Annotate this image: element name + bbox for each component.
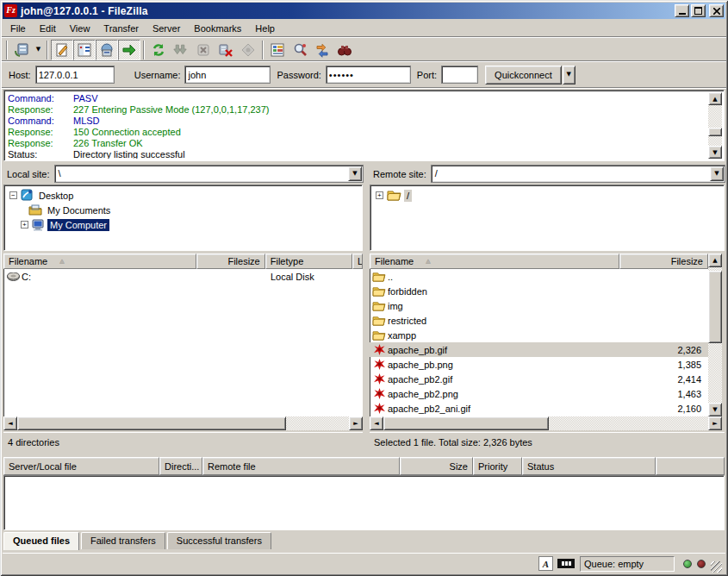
dir-row[interactable]: img	[370, 298, 708, 313]
log-text: 226 Transfer OK	[73, 138, 143, 148]
scroll-down-button[interactable]: ▼	[708, 403, 722, 416]
file-row[interactable]: apache_pb2.png 1,463	[370, 386, 708, 401]
scrollbar-thumb[interactable]	[708, 271, 722, 343]
process-queue-button[interactable]	[170, 40, 192, 60]
refresh-button[interactable]	[147, 40, 170, 60]
site-manager-button[interactable]	[10, 40, 33, 60]
tree-item-desktop[interactable]: − Desktop	[9, 188, 362, 203]
transfer-type-icon[interactable]: A	[538, 556, 553, 571]
remote-site-combobox[interactable]: / ▼	[432, 166, 725, 182]
scroll-up-button[interactable]: ▲	[708, 92, 722, 105]
menu-item-bookmarks[interactable]: Bookmarks	[187, 22, 248, 35]
scrollbar-thumb[interactable]	[383, 416, 549, 430]
menu-item-transfer[interactable]: Transfer	[96, 22, 146, 35]
collapse-icon[interactable]: −	[9, 191, 17, 199]
combobox-dropdown-button[interactable]: ▼	[348, 166, 362, 181]
toggle-queue-button[interactable]	[118, 40, 140, 60]
scrollbar-thumb[interactable]	[17, 416, 286, 430]
scrollbar-thumb[interactable]	[708, 128, 722, 136]
compare-button[interactable]	[289, 40, 311, 60]
local-horizontal-scrollbar[interactable]: ◄ ►	[3, 416, 363, 430]
expand-icon[interactable]: +	[376, 191, 383, 199]
file-row-selected[interactable]: apache_pb.gif 2,326	[370, 342, 708, 357]
column-header-remote-file[interactable]: Remote file	[202, 457, 400, 475]
remote-file-list: .. forbidden img restricted xampp apache…	[370, 269, 708, 416]
menu-item-help[interactable]: Help	[248, 22, 282, 35]
file-row[interactable]: apache_pb2_ani.gif 2,160	[370, 401, 708, 416]
column-header-status[interactable]: Status	[522, 457, 656, 475]
column-header-lastmodified[interactable]: L	[352, 254, 363, 269]
disconnect-icon	[218, 42, 233, 58]
site-manager-icon	[14, 42, 29, 58]
site-manager-dropdown[interactable]: ▼	[33, 40, 44, 60]
find-button[interactable]	[333, 40, 356, 60]
chevron-down-icon: ▼	[352, 171, 357, 177]
scroll-left-button[interactable]: ◄	[370, 416, 383, 430]
remote-vertical-scrollbar[interactable]: ▲ ▼	[708, 254, 722, 416]
file-row[interactable]: apache_pb.png 1,385	[370, 357, 708, 372]
file-row-c-drive[interactable]: C: Local Disk	[3, 269, 363, 284]
resize-grip[interactable]	[711, 561, 722, 573]
sync-browsing-button[interactable]	[311, 40, 333, 60]
port-input[interactable]	[442, 66, 477, 83]
column-label: Directi...	[165, 461, 199, 472]
tree-item-my-documents[interactable]: My Documents	[9, 203, 362, 217]
toggle-log-button[interactable]	[51, 40, 73, 60]
menu-item-view[interactable]: View	[63, 22, 97, 35]
tree-item-label: Desktop	[36, 190, 76, 202]
cancel-button[interactable]	[192, 40, 215, 60]
column-header-direction[interactable]: Directi...	[159, 457, 202, 475]
username-input[interactable]	[185, 66, 270, 83]
file-size: 1,385	[622, 360, 708, 370]
expand-icon[interactable]: +	[21, 221, 28, 229]
scroll-left-button[interactable]: ◄	[3, 416, 17, 430]
dir-row[interactable]: restricted	[370, 313, 708, 328]
maximize-button[interactable]	[691, 4, 706, 17]
tab-failed-transfers[interactable]: Failed transfers	[81, 532, 165, 549]
column-header-filetype[interactable]: Filetype	[265, 254, 352, 269]
close-button[interactable]	[709, 4, 724, 17]
remote-horizontal-scrollbar[interactable]: ◄ ►	[370, 416, 722, 430]
column-header-filename[interactable]: Filename ▲	[370, 254, 619, 269]
menu-item-server[interactable]: Server	[146, 22, 187, 35]
dir-row[interactable]: ..	[370, 269, 708, 284]
password-input[interactable]	[327, 66, 410, 83]
menu-item-file[interactable]: File	[3, 22, 33, 35]
minimize-button[interactable]	[675, 4, 689, 17]
tab-label: Failed transfers	[90, 535, 156, 546]
toggle-local-tree-button[interactable]	[73, 40, 96, 60]
disconnect-button[interactable]	[215, 40, 237, 60]
host-input[interactable]	[36, 66, 114, 83]
tab-successful-transfers[interactable]: Successful transfers	[167, 532, 271, 549]
combobox-dropdown-button[interactable]: ▼	[710, 166, 724, 181]
log-scrollbar[interactable]: ▲ ▼	[708, 92, 722, 159]
dir-row[interactable]: forbidden	[370, 284, 708, 298]
toggle-remote-tree-button[interactable]	[96, 40, 118, 60]
scroll-up-button[interactable]: ▲	[708, 254, 722, 267]
quickconnect-button[interactable]: Quickconnect	[485, 66, 562, 85]
filter-button[interactable]	[266, 40, 289, 60]
column-header-filename[interactable]: Filename ▲	[3, 254, 196, 269]
log-text: 150 Connection accepted	[73, 127, 181, 137]
dir-row[interactable]: xampp	[370, 328, 708, 342]
scroll-down-button[interactable]: ▼	[708, 146, 722, 159]
column-header-priority[interactable]: Priority	[473, 457, 522, 475]
tree-item-root[interactable]: + /	[376, 188, 724, 203]
password-label: Password:	[277, 70, 320, 80]
menu-item-edit[interactable]: Edit	[33, 22, 63, 35]
column-header-filesize[interactable]: Filesize	[196, 254, 264, 269]
reconnect-button[interactable]	[237, 40, 259, 60]
tree-item-my-computer[interactable]: + My Computer	[9, 217, 362, 232]
titlebar[interactable]: Fz john@127.0.0.1 - FileZilla	[3, 3, 725, 19]
column-header-server-local-file[interactable]: Server/Local file	[3, 457, 159, 475]
remote-list-header: Filename ▲ Filesize	[370, 254, 708, 269]
local-site-combobox[interactable]: \ ▼	[55, 166, 363, 182]
file-row[interactable]: apache_pb2.gif 2,414	[370, 372, 708, 386]
tab-queued-files[interactable]: Queued files	[3, 532, 79, 550]
tree-item-label: My Documents	[45, 204, 113, 216]
scroll-right-button[interactable]: ►	[349, 416, 363, 430]
quickconnect-dropdown[interactable]: ▼	[563, 66, 576, 85]
column-header-filesize[interactable]: Filesize	[619, 254, 708, 269]
scroll-right-button[interactable]: ►	[708, 416, 722, 430]
column-header-size[interactable]: Size	[400, 457, 473, 475]
